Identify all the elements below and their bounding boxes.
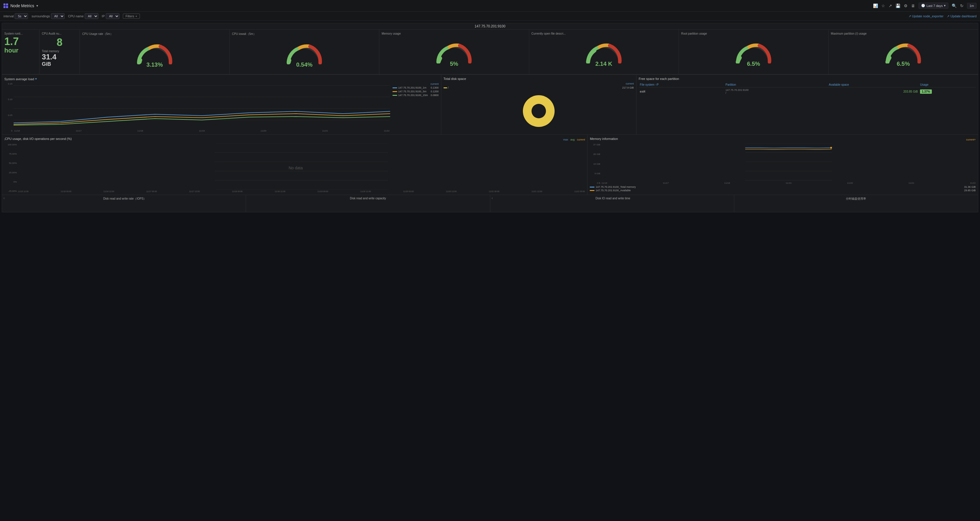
cpu-iowait-title: CPU iowait（5m） bbox=[232, 32, 377, 36]
app-title: Node Metrics bbox=[10, 3, 34, 8]
current-label: current bbox=[577, 138, 585, 141]
ip-select[interactable]: All bbox=[106, 13, 119, 19]
info-icon-rw: i bbox=[4, 197, 4, 200]
open-files-gauge-svg bbox=[584, 40, 624, 64]
memory-usage-value: 5% bbox=[450, 61, 458, 67]
cpu-usage-gauge-svg bbox=[134, 41, 175, 64]
surroundings-select[interactable]: All bbox=[51, 13, 65, 19]
system-load-svg bbox=[14, 83, 390, 129]
cell-usage: 1.37% bbox=[919, 88, 976, 96]
legend-label-1m: 147.75.70.201:9100_1m bbox=[398, 86, 426, 89]
time-range-label: Last 7 days bbox=[926, 4, 942, 8]
disk-rw-rate-panel: i Disk read and write rate（IOPS） bbox=[2, 195, 246, 212]
cpu-usage-title: CPU Usage rate（5m） bbox=[82, 32, 227, 36]
filters-button[interactable]: Filters + bbox=[123, 14, 140, 19]
dropdown-icon: ▾ bbox=[35, 77, 37, 81]
legend-dot-15m bbox=[393, 95, 397, 96]
legend-value-5m: 0.1200 bbox=[431, 90, 439, 93]
memory-y-axis: 37 GiB 28 GiB 19 GiB 9 GiB 0 B bbox=[590, 143, 601, 184]
server-name: 147.75.70.201:9100 bbox=[725, 89, 827, 91]
col-available[interactable]: Available space bbox=[828, 82, 919, 88]
save-icon[interactable]: 💾 bbox=[896, 3, 900, 8]
app-caret[interactable]: ▾ bbox=[37, 4, 38, 8]
free-space-table: File system ↑P Partition Available space… bbox=[639, 82, 976, 96]
filter-bar-left: interval 5s surroundings All CPU name Al… bbox=[3, 13, 140, 19]
cpu-io-legend-header: max avg current bbox=[563, 138, 585, 141]
y-axis-labels: 0.15 0.10 0.05 0 bbox=[4, 83, 13, 132]
disk-space-legend-item: / bbox=[444, 86, 449, 89]
open-files-title: Currently open file descri... bbox=[531, 32, 676, 35]
zoom-icon[interactable]: 🔍 bbox=[952, 3, 957, 8]
x-axis-labels: 11/1611/1711/1811/1911/2011/2111/22 bbox=[14, 129, 390, 132]
star-icon[interactable]: ☆ bbox=[881, 3, 885, 8]
col-usage[interactable]: Usage bbox=[919, 82, 976, 88]
total-memory-value: 31.4 bbox=[42, 53, 77, 61]
memory-legend-total: 147.75.70.201:9100_Total memory 31.36 Gi… bbox=[590, 185, 976, 188]
free-space-title: Free space for each partition bbox=[639, 77, 976, 80]
cpu-audit-title: CPU Audit nu... bbox=[42, 32, 77, 35]
cpu-usage-gauge: 3.13% bbox=[82, 37, 227, 72]
time-range-picker[interactable]: 🕐 Last 7 days ▾ bbox=[919, 3, 948, 9]
cpu-name-select[interactable]: All bbox=[85, 13, 99, 19]
cpu-audit-card: CPU Audit nu... 8 Total memory 31.4 GiB bbox=[40, 30, 80, 74]
cpu-io-x-labels: 11/15 12:0011/16 00:0011/16 12:0011/17 0… bbox=[18, 190, 585, 193]
legend-value-1m: 0.1300 bbox=[431, 86, 439, 89]
cpu-iowait-card: CPU iowait（5m） 0.54% bbox=[229, 30, 379, 74]
system-load-panel: System average load ▾ 0.15 0.10 0.05 0 bbox=[2, 75, 441, 134]
time-caret-icon: ▾ bbox=[944, 4, 946, 8]
svg-point-18 bbox=[830, 147, 832, 148]
root-partition-gauge: 6.5% bbox=[681, 37, 826, 71]
ip-filter: IP All bbox=[102, 13, 119, 19]
top-bar-left: Node Metrics ▾ bbox=[3, 3, 38, 8]
root-partition-card: Root partition usage 6.5% bbox=[679, 30, 829, 74]
col-filesystem[interactable]: File system ↑P bbox=[639, 82, 724, 88]
app-icon bbox=[3, 3, 8, 8]
update-exporter-link[interactable]: ↗ Update node_exporter bbox=[908, 14, 943, 18]
max-partition-gauge-svg bbox=[883, 40, 923, 64]
update-exporter-label: Update node_exporter bbox=[912, 14, 943, 18]
external-icon-1: ↗ bbox=[908, 14, 911, 18]
update-dashboard-label: Update dashboard bbox=[950, 14, 977, 18]
settings-icon[interactable]: ⚙ bbox=[904, 3, 908, 8]
memory-usage-title: Memory usage bbox=[382, 32, 527, 35]
top-bar: Node Metrics ▾ 📊 ☆ ↗ 💾 ⚙ 🖥 🕐 Last 7 days… bbox=[0, 0, 980, 11]
bar-chart-icon[interactable]: 📊 bbox=[873, 3, 878, 8]
disk-legend-label: / bbox=[448, 86, 449, 89]
svg-text:No data: No data bbox=[289, 166, 303, 170]
server-section: 147.75.70.201:9100 System runti... 1.7 h… bbox=[2, 23, 978, 212]
memory-svg bbox=[601, 143, 976, 181]
disk-usage-title: 分时磁盘使用率 bbox=[846, 197, 866, 201]
cpu-io-title: CPU usage, disk I/O operations per secon… bbox=[5, 137, 563, 140]
legend-value-15m: 0.0800 bbox=[431, 94, 439, 97]
max-partition-title: Maximum partition (/) usage bbox=[831, 32, 976, 35]
surroundings-label: surroundings bbox=[32, 14, 50, 18]
legend-15m: 147.75.70.201:9100_15m 0.0800 bbox=[393, 94, 439, 97]
monitor-icon[interactable]: 🖥 bbox=[911, 3, 915, 8]
cpu-io-chart-wrapper: 100.00% 75.00% 50.00% 25.00% 0% -25.00% bbox=[4, 143, 585, 193]
max-partition-gauge: 6.5% bbox=[831, 37, 976, 71]
filter-bar-right: ↗ Update node_exporter ↗ Update dashboar… bbox=[908, 14, 977, 18]
memory-available-dot bbox=[590, 190, 594, 191]
legend-5m: 147.75.70.201:9100_5m 0.1200 bbox=[393, 90, 439, 93]
system-load-chart: 0.15 0.10 0.05 0 bbox=[4, 83, 390, 132]
update-dashboard-link[interactable]: ↗ Update dashboard bbox=[947, 14, 977, 18]
cpu-io-y-axis: 100.00% 75.00% 50.00% 25.00% 0% -25.00% bbox=[4, 143, 17, 193]
cpu-usage-value: 3.13% bbox=[146, 61, 163, 68]
cpu-usage-card: CPU Usage rate（5m） 3.13% bbox=[80, 30, 229, 74]
memory-available-label: 147.75.70.201:9100_Available bbox=[595, 189, 630, 192]
memory-x-labels: 11/1611/1711/1811/1911/2011/2111/22 bbox=[601, 182, 976, 184]
free-space-panel: Free space for each partition File syste… bbox=[636, 75, 978, 134]
filter-bar: interval 5s surroundings All CPU name Al… bbox=[0, 11, 980, 21]
memory-total-value: 31.36 GiB bbox=[964, 185, 976, 188]
interval-button[interactable]: 1m bbox=[967, 3, 977, 9]
share-icon[interactable]: ↗ bbox=[889, 3, 892, 8]
col-partition[interactable]: Partition bbox=[724, 82, 828, 88]
usage-badge: 1.37% bbox=[920, 89, 932, 94]
interval-select[interactable]: 5s bbox=[15, 13, 28, 19]
table-row: ext4 147.75.70.201:9100 / 203.85 GiB 1.3… bbox=[639, 88, 976, 96]
refresh-icon[interactable]: ↻ bbox=[960, 3, 964, 8]
avg-label: avg bbox=[571, 138, 575, 141]
legend-label-15m: 147.75.70.201:9100_15m bbox=[398, 94, 428, 97]
legend-1m: 147.75.70.201:9100_1m 0.1300 bbox=[393, 86, 439, 89]
system-runtime-title: System runti... bbox=[4, 32, 37, 35]
